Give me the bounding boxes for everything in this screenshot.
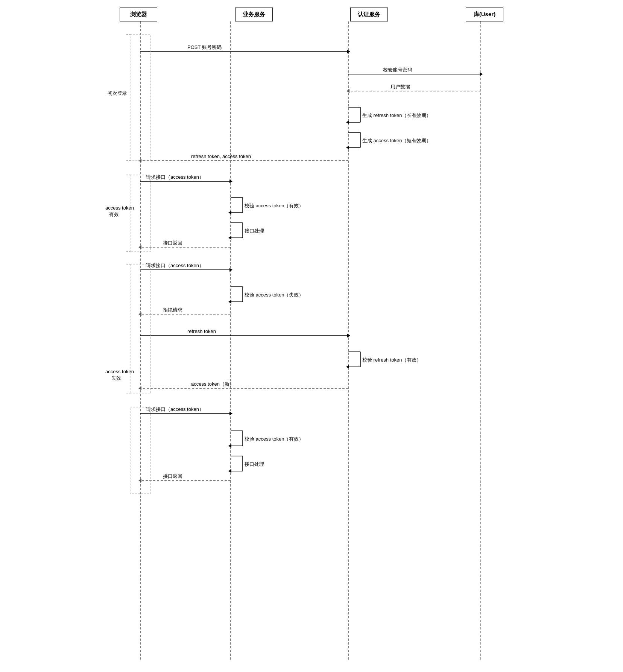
arrowhead-m18	[228, 444, 231, 448]
label-m13: 拒绝请求	[163, 307, 182, 313]
label-m9: 接口处理	[245, 228, 264, 234]
actors-row: 浏览器 业务服务 认证服务 库(User)	[105, 8, 518, 21]
arrowhead-m13	[138, 312, 141, 316]
side-label-token-valid2: 有效	[109, 211, 119, 217]
arrowhead-m15	[346, 365, 349, 369]
sequence-diagram: 浏览器 业务服务 认证服务 库(User) POST 账号密码 校验账号密码 用…	[105, 0, 518, 672]
label-m14: refresh token	[187, 328, 216, 334]
label-m16: access token（新）	[191, 381, 234, 387]
side-label-initial-login: 初次登录	[108, 90, 127, 96]
side-label-token-valid: access token	[105, 205, 134, 211]
arrowhead-m7	[229, 179, 232, 183]
label-m18: 校验 access token（有效）	[244, 436, 304, 442]
arrowhead-m19	[228, 469, 231, 473]
arrowhead-m17	[229, 412, 232, 415]
label-m2: 校验账号密码	[383, 67, 412, 73]
arrowhead-m1	[347, 50, 350, 53]
label-m19: 接口处理	[245, 461, 264, 467]
arrowhead-m4	[346, 120, 349, 124]
label-m17: 请求接口（access token）	[146, 406, 204, 412]
arrowhead-m2	[480, 72, 483, 76]
label-m8: 校验 access token（有效）	[244, 203, 304, 208]
arrowhead-m3	[346, 89, 349, 93]
arrowhead-m14	[347, 334, 350, 338]
actor-auth: 认证服务	[350, 8, 388, 21]
arrowhead-m8	[228, 211, 231, 214]
arrowhead-m11	[229, 268, 232, 272]
arrowhead-m5	[346, 146, 349, 149]
label-m7: 请求接口（access token）	[146, 174, 204, 180]
arrowhead-m16	[138, 386, 141, 390]
arrowhead-m20	[138, 479, 141, 482]
side-label-token-invalid: access token	[105, 369, 134, 374]
arrowhead-m12	[228, 300, 231, 304]
label-m10: 接口返回	[163, 240, 182, 246]
actor-biz: 业务服务	[235, 8, 273, 21]
label-m11: 请求接口（access token）	[146, 263, 204, 268]
arrowhead-m9	[228, 236, 231, 240]
arrowhead-m10	[138, 245, 141, 249]
label-m12: 校验 access token（失效）	[244, 292, 304, 298]
label-m5: 生成 access token（短有效期）	[362, 138, 432, 143]
section-box-invalid	[130, 264, 150, 394]
label-m20: 接口返回	[163, 473, 182, 479]
diagram-svg: POST 账号密码 校验账号密码 用户数据 生成 refresh token（长…	[105, 21, 518, 661]
label-m1: POST 账号密码	[187, 44, 222, 50]
actor-db: 库(User)	[466, 8, 503, 21]
side-label-token-invalid2: 失效	[111, 375, 121, 381]
label-m6: refresh token, access token	[191, 154, 251, 159]
label-m3: 用户数据	[391, 84, 410, 90]
label-m15: 校验 refresh token（有效）	[362, 357, 422, 363]
label-m4: 生成 refresh token（长有效期）	[362, 113, 432, 118]
actor-browser: 浏览器	[120, 8, 157, 21]
